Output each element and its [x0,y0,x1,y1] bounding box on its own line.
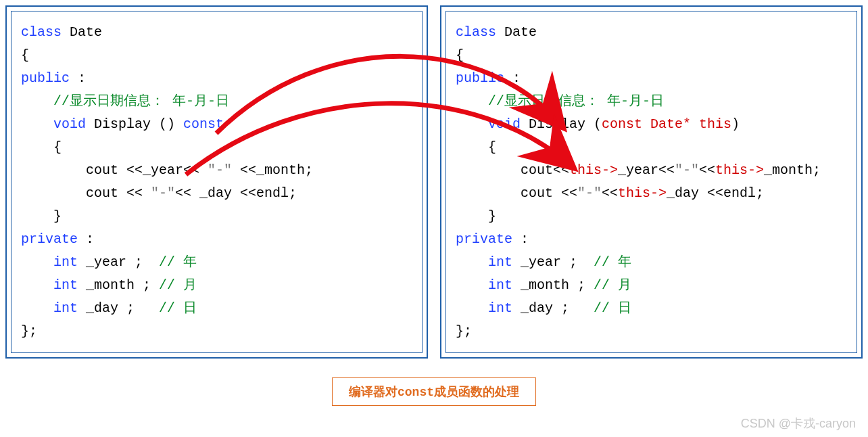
t [456,254,488,270]
t: Display ( [521,116,602,132]
kw-const: const [183,116,224,132]
comment: // 日 [159,300,197,316]
t: cout <<_year<< [21,162,208,178]
t: ) [731,116,740,132]
t: }; [456,323,472,339]
kw-private: private [21,231,78,247]
t [456,116,488,132]
kw-int: int [488,277,512,293]
t: _month ; [78,277,159,293]
kw-void: void [53,116,86,132]
t: << [602,185,618,201]
t: _day ; [78,300,159,316]
t: Date [496,24,537,40]
t [456,300,488,316]
t: _year<< [618,162,675,178]
t: } [21,208,62,224]
t: _month ; [512,277,594,293]
t: cout << [21,185,151,201]
t: _year ; [512,254,594,270]
comment: // 年 [594,254,631,270]
right-code: class Date { public : //显示日期信息： 年-月-日 vo… [445,11,857,353]
kw-int: int [53,277,78,293]
t: Display () [86,116,183,132]
caption-box: 编译器对const成员函数的处理 [332,377,536,406]
left-code: class Date { public : //显示日期信息： 年-月-日 vo… [11,11,423,353]
t: _day <<endl; [667,185,764,201]
watermark: CSDN @卡戎-caryon [741,415,856,432]
t [21,116,53,132]
t: : [70,70,86,86]
const-param: const Date* this [602,116,731,132]
t: _day ; [512,300,594,316]
str: "-" [151,185,175,201]
kw-private: private [456,231,512,247]
str: "-" [208,162,232,178]
this-ptr: this-> [569,162,618,178]
t: { [456,139,496,155]
kw-class: class [21,24,62,40]
t: } [456,208,496,224]
left-panel: class Date { public : //显示日期信息： 年-月-日 vo… [5,5,428,359]
kw-int: int [53,300,78,316]
t: <<_month; [232,162,313,178]
t: << _day <<endl; [175,185,297,201]
comment: //显示日期信息： 年-月-日 [456,93,664,109]
t: Date [62,24,102,40]
kw-class: class [456,24,496,40]
kw-void: void [488,116,521,132]
t: : [504,70,521,86]
comment: //显示日期信息： 年-月-日 [21,93,229,109]
t: cout << [456,185,577,201]
t: { [21,47,29,63]
t: { [456,47,464,63]
t: cout<< [456,162,569,178]
comment: // 月 [159,277,197,293]
comment: // 日 [594,300,631,316]
t: << [699,162,715,178]
str: "-" [577,185,602,201]
t: _month; [764,162,821,178]
comment: // 年 [159,254,197,270]
t [21,277,53,293]
code-panels-row: class Date { public : //显示日期信息： 年-月-日 vo… [5,5,863,359]
right-panel: class Date { public : //显示日期信息： 年-月-日 vo… [440,5,863,359]
t [21,300,53,316]
comment: // 月 [594,277,631,293]
t: { [21,139,62,155]
t: : [78,231,94,247]
t: }; [21,323,37,339]
kw-public: public [456,70,504,86]
t [21,254,53,270]
this-ptr: this-> [618,185,667,201]
kw-int: int [488,300,512,316]
kw-int: int [53,254,78,270]
caption-wrap: 编译器对const成员函数的处理 [5,377,863,406]
t: : [512,231,529,247]
t [456,277,488,293]
kw-int: int [488,254,512,270]
str: "-" [675,162,699,178]
t: _year ; [78,254,159,270]
this-ptr: this-> [715,162,764,178]
kw-public: public [21,70,70,86]
